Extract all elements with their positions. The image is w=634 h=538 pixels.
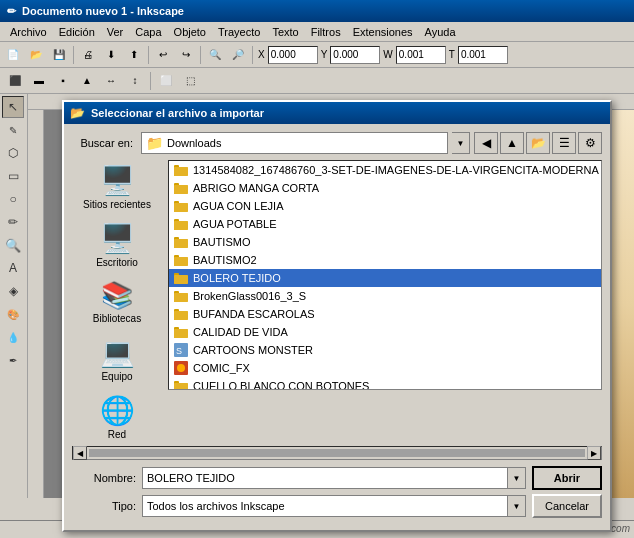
location-dropdown-btn[interactable]: ▼ [452,132,470,154]
menu-filtros[interactable]: Filtros [305,22,347,41]
list-item[interactable]: SCARTOONS MONSTER [169,341,601,359]
file-name: CALIDAD DE VIDA [193,326,288,338]
menu-edicion[interactable]: Edición [53,22,101,41]
shortcut-recientes[interactable]: 🖥️ Sitios recientes [72,160,162,214]
align-left-btn[interactable]: ⬛ [4,71,26,91]
location-toolbar: Buscar en: 📁 Downloads ▼ ◀ ▲ 📂 ☰ ⚙ [72,132,602,154]
list-item[interactable]: BAUTISMO2 [169,251,601,269]
shortcut-red[interactable]: 🌐 Red [72,390,162,444]
menu-ayuda[interactable]: Ayuda [419,22,462,41]
menu-extensiones[interactable]: Extensiones [347,22,419,41]
w-input[interactable] [396,46,446,64]
redo-btn[interactable]: ↪ [175,45,197,65]
nav-back-btn[interactable]: ◀ [474,132,498,154]
list-item[interactable]: AGUA CON LEJIA [169,197,601,215]
new-btn[interactable]: 📄 [2,45,24,65]
svg-rect-15 [174,221,188,230]
svg-rect-23 [174,257,188,266]
filetype-row: Tipo: ▼ Cancelar [72,494,602,518]
location-value: Downloads [167,137,221,149]
location-bar[interactable]: 📁 Downloads [141,132,448,154]
list-item[interactable]: BAUTISMO [169,233,601,251]
filetype-input[interactable] [142,495,508,517]
dialog-title: Seleccionar el archivo a importar [91,107,264,119]
scroll-right-btn[interactable]: ▶ [587,446,601,460]
svg-rect-19 [174,239,188,248]
x-input[interactable] [268,46,318,64]
shortcut-bibliotecas[interactable]: 📚 Bibliotecas [72,276,162,328]
file-icon [173,252,189,268]
align-top-btn[interactable]: ▲ [76,71,98,91]
group-btn[interactable]: ⬜ [155,71,177,91]
menu-capa[interactable]: Capa [129,22,167,41]
svg-rect-31 [174,293,188,302]
recientes-label: Sitios recientes [83,199,151,210]
align-center-btn[interactable]: ▬ [28,71,50,91]
filename-input[interactable] [142,467,508,489]
filetype-dropdown-btn[interactable]: ▼ [508,495,526,517]
list-item[interactable]: COMIC_FX [169,359,601,377]
list-item[interactable]: BOLERO TEJIDO [169,269,601,287]
file-icon: S [173,342,189,358]
zoom-in-btn[interactable]: 🔍 [204,45,226,65]
cancel-button[interactable]: Cancelar [532,494,602,518]
file-browser: 🖥️ Sitios recientes 🖥️ Escritorio 📚 Bibl… [72,160,602,444]
import-btn[interactable]: ⬇ [100,45,122,65]
list-item[interactable]: CUELLO BLANCO CON BOTONES [169,377,601,390]
file-name: BAUTISMO2 [193,254,257,266]
nav-up-btn[interactable]: ▲ [500,132,524,154]
import-dialog: 📂 Seleccionar el archivo a importar Busc… [62,100,612,532]
align-right-btn[interactable]: ▪ [52,71,74,91]
list-item[interactable]: BUFANDA ESCAROLAS [169,305,601,323]
undo-btn[interactable]: ↩ [152,45,174,65]
export-btn[interactable]: ⬆ [123,45,145,65]
buscar-label: Buscar en: [72,137,137,149]
shortcut-escritorio[interactable]: 🖥️ Escritorio [72,218,162,272]
list-item[interactable]: ABRIGO MANGA CORTA [169,179,601,197]
list-item[interactable]: 1314584082_167486760_3-SET-DE-IMAGENES-D… [169,161,601,179]
sep5 [150,72,151,90]
menu-ver[interactable]: Ver [101,22,130,41]
flip-h-btn[interactable]: ↔ [100,71,122,91]
list-item[interactable]: BrokenGlass0016_3_S [169,287,601,305]
svg-rect-35 [174,311,188,320]
equipo-icon: 💻 [100,336,135,369]
sep3 [200,46,201,64]
svg-rect-3 [174,167,188,176]
file-name: CARTOONS MONSTER [193,344,313,356]
file-icon [173,360,189,376]
list-item[interactable]: CALIDAD DE VIDA [169,323,601,341]
t-input[interactable] [458,46,508,64]
svg-rect-27 [174,275,188,284]
menu-objeto[interactable]: Objeto [168,22,212,41]
horizontal-scrollbar[interactable]: ◀ ▶ [72,446,602,460]
print-btn[interactable]: 🖨 [77,45,99,65]
dialog-body: Buscar en: 📁 Downloads ▼ ◀ ▲ 📂 ☰ ⚙ [64,124,610,530]
menu-trayecto[interactable]: Trayecto [212,22,266,41]
open-button[interactable]: Abrir [532,466,602,490]
menu-texto[interactable]: Texto [266,22,304,41]
ungroup-btn[interactable]: ⬚ [179,71,201,91]
scroll-left-btn[interactable]: ◀ [73,446,87,460]
nav-new-folder-btn[interactable]: 📂 [526,132,550,154]
sep1 [73,46,74,64]
svg-rect-39 [174,329,188,338]
list-item[interactable]: AGUA POTABLE [169,215,601,233]
nav-view-btn[interactable]: ☰ [552,132,576,154]
open-btn[interactable]: 📂 [25,45,47,65]
save-btn[interactable]: 💾 [48,45,70,65]
shortcut-equipo[interactable]: 💻 Equipo [72,332,162,386]
file-list[interactable]: 1314584082_167486760_3-SET-DE-IMAGENES-D… [168,160,602,390]
menu-archivo[interactable]: Archivo [4,22,53,41]
y-input[interactable] [330,46,380,64]
flip-v-btn[interactable]: ↕ [124,71,146,91]
zoom-out-btn[interactable]: 🔎 [227,45,249,65]
nav-options-btn[interactable]: ⚙ [578,132,602,154]
filename-dropdown-btn[interactable]: ▼ [508,467,526,489]
file-name: 1314584082_167486760_3-SET-DE-IMAGENES-D… [193,164,599,176]
svg-text:S: S [176,346,182,356]
file-icon [173,198,189,214]
filename-row: Nombre: ▼ Abrir [72,466,602,490]
main-layout: ↖ ✎ ⬡ ▭ ○ ✏ 🔍 A ◈ 🎨 💧 ✒ -750-500-2500250… [0,94,634,498]
dialog-buttons: Abrir [532,466,602,490]
